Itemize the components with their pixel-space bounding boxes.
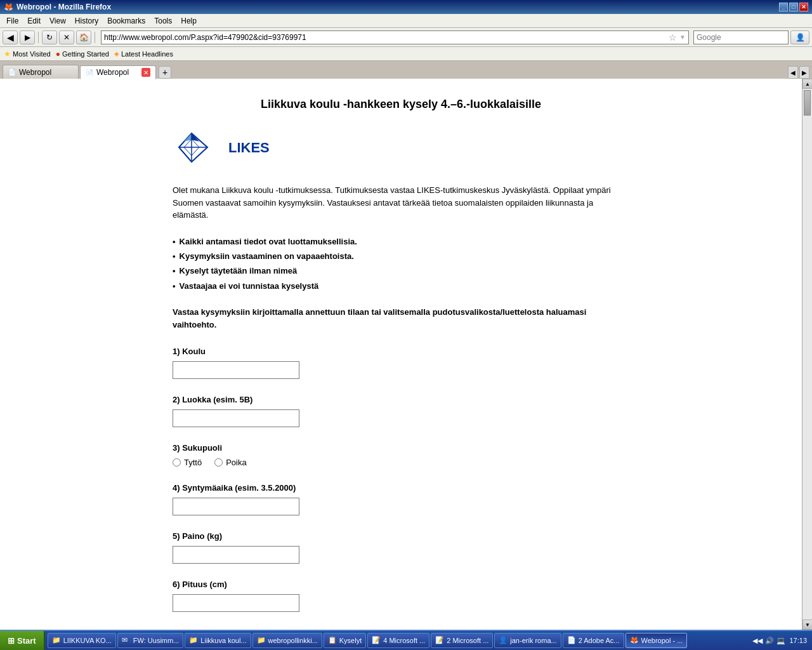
question-4-label: 4) Syntymäaika (esim. 3.5.2000)	[173, 483, 629, 493]
taskbar-item-1-icon: ✉	[122, 636, 131, 644]
scroll-down-button[interactable]: ▼	[802, 620, 812, 630]
tab-scroll-left-button[interactable]: ◀	[788, 66, 798, 79]
back-button[interactable]: ◀	[3, 30, 18, 44]
taskbar-item-4-label: Kyselyt	[339, 637, 362, 644]
question-2-label: 2) Luokka (esim. 5B)	[173, 395, 629, 404]
bullet-list: • Kaikki antamasi tiedot ovat luottamuks…	[173, 234, 629, 294]
bookmark-latest-headlines-label: Latest Headlines	[121, 50, 173, 58]
taskbar-items: 📁 LIIKKUVA KO... ✉ FW: Uusimm... 📁 Liikk…	[45, 632, 748, 644]
taskbar-item-6-label: 2 Microsoft ...	[447, 637, 488, 644]
bookmark-most-visited[interactable]: ★ Most Visited	[4, 50, 51, 58]
minimize-button[interactable]: _	[779, 3, 788, 11]
tray-icon-1: ◀◀	[752, 637, 763, 644]
profile-button[interactable]: 👤	[790, 30, 809, 44]
taskbar-item-5-icon: 📝	[372, 636, 381, 644]
bullet-4-text: Vastaajaa ei voi tunnistaa kyselystä	[180, 279, 319, 293]
bookmark-latest-headlines[interactable]: ◈ Latest Headlines	[114, 50, 173, 58]
menu-bookmarks[interactable]: Bookmarks	[103, 15, 149, 27]
new-tab-button[interactable]: +	[159, 66, 171, 79]
question-6-block: 6) Pituus (cm)	[173, 580, 629, 612]
taskbar-item-2[interactable]: 📁 Liikkuva koul...	[185, 633, 251, 644]
taskbar-item-7[interactable]: 👤 jan-erik roma...	[494, 633, 561, 644]
question-5-label: 5) Paino (kg)	[173, 531, 629, 541]
tabs-bar: 📄 Webropol 📄 Webropol ✕ + ◀ ▶	[0, 61, 812, 79]
forward-button[interactable]: ▶	[20, 30, 35, 44]
question-3-radio-group: Tyttö Poika	[173, 458, 629, 467]
taskbar-item-5[interactable]: 📝 4 Microsoft ...	[367, 633, 429, 644]
title-bar-controls[interactable]: _ □ ✕	[779, 3, 808, 11]
page-content: Liikkuva koulu -hankkeen kysely 4.–6.-lu…	[0, 79, 802, 630]
question-1-label: 1) Koulu	[173, 347, 629, 356]
taskbar-item-4[interactable]: 📋 Kyselyt	[324, 633, 366, 644]
taskbar-item-0-icon: 📁	[52, 636, 61, 644]
menu-edit[interactable]: Edit	[23, 15, 44, 27]
tray-icon-2: 🔊	[765, 637, 774, 644]
url-input[interactable]	[104, 33, 669, 42]
menu-file[interactable]: File	[3, 15, 22, 27]
taskbar-item-2-icon: 📁	[189, 636, 198, 644]
bookmark-star-icon: ☆	[669, 32, 677, 43]
tab-1[interactable]: 📄 Webropol ✕	[80, 65, 156, 79]
survey-wrapper: Liikkuva koulu -hankkeen kysely 4.–6.-lu…	[173, 98, 629, 612]
question-1-input[interactable]	[173, 361, 299, 379]
title-bar: 🦊 Webropol - Mozilla Firefox _ □ ✕	[0, 0, 812, 14]
bullet-2-dot: •	[173, 249, 176, 263]
bullet-2-text: Kysymyksiin vastaaminen on vapaaehtoista…	[180, 249, 354, 263]
question-4-block: 4) Syntymäaika (esim. 3.5.2000)	[173, 483, 629, 515]
scroll-thumb[interactable]	[804, 90, 811, 116]
start-button[interactable]: ⊞ Start	[0, 631, 45, 644]
tray-icons: ◀◀ 🔊 💻	[752, 637, 785, 644]
maximize-button[interactable]: □	[789, 3, 798, 11]
scroll-track[interactable]	[802, 89, 812, 620]
tab-scroll-right-button[interactable]: ▶	[799, 66, 809, 79]
nav-separator-1	[38, 32, 39, 43]
search-input[interactable]	[697, 33, 792, 42]
menu-help[interactable]: Help	[177, 15, 200, 27]
question-4-input[interactable]	[173, 498, 299, 515]
taskbar-item-8-icon: 📄	[567, 636, 576, 644]
tab-1-close-button[interactable]: ✕	[141, 68, 150, 77]
address-bar[interactable]: ☆ ▼	[101, 30, 689, 44]
taskbar-item-8[interactable]: 📄 2 Adobe Ac...	[563, 633, 624, 644]
question-2-input[interactable]	[173, 409, 299, 427]
menu-tools[interactable]: Tools	[150, 15, 176, 27]
taskbar-item-7-label: jan-erik roma...	[510, 637, 556, 644]
radio-tytto-label: Tyttö	[184, 458, 202, 467]
taskbar-item-0[interactable]: 📁 LIIKKUVA KO...	[48, 633, 116, 644]
taskbar-item-9[interactable]: 🦊 Webropol - ...	[625, 633, 688, 644]
search-box[interactable]: 🔍	[693, 30, 789, 44]
radio-poika-input[interactable]	[214, 458, 223, 467]
home-button[interactable]: 🏠	[76, 30, 91, 44]
taskbar-item-1[interactable]: ✉ FW: Uusimm...	[117, 633, 184, 644]
bullet-3: • Kyselyt täytetään ilman nimeä	[173, 263, 629, 278]
bookmark-getting-started[interactable]: ● Getting Started	[56, 50, 109, 58]
radio-poika[interactable]: Poika	[214, 458, 247, 467]
question-1-block: 1) Koulu	[173, 347, 629, 379]
browser-content: Liikkuva koulu -hankkeen kysely 4.–6.-lu…	[0, 79, 812, 630]
likes-text: LIKES	[228, 140, 270, 156]
question-6-input[interactable]	[173, 594, 299, 612]
taskbar-item-6[interactable]: 📝 2 Microsoft ...	[431, 633, 493, 644]
close-button[interactable]: ✕	[799, 3, 808, 11]
radio-tytto[interactable]: Tyttö	[173, 458, 202, 467]
scrollbar: ▲ ▼	[802, 79, 812, 630]
bullet-3-text: Kyselyt täytetään ilman nimeä	[180, 263, 298, 278]
stop-button[interactable]: ✕	[59, 30, 74, 44]
nav-dropdown-icon[interactable]: ▼	[679, 34, 686, 41]
tab-0[interactable]: 📄 Webropol	[3, 65, 79, 79]
bullet-1: • Kaikki antamasi tiedot ovat luottamuks…	[173, 234, 629, 249]
star-icon: ★	[4, 50, 11, 58]
menu-view[interactable]: View	[46, 15, 70, 27]
question-5-input[interactable]	[173, 546, 299, 564]
browser-icon: 🦊	[4, 3, 13, 11]
refresh-button[interactable]: ↻	[42, 30, 57, 44]
intro-text: Olet mukana Liikkuva koulu -tutkimuksess…	[173, 184, 629, 222]
taskbar-item-3[interactable]: 📁 webropollinkki...	[252, 633, 322, 644]
radio-poika-label: Poika	[226, 458, 247, 467]
menu-history[interactable]: History	[71, 15, 102, 27]
scroll-up-button[interactable]: ▲	[802, 79, 812, 89]
bullet-1-text: Kaikki antamasi tiedot ovat luottamuksel…	[180, 234, 357, 249]
taskbar-item-3-icon: 📁	[257, 636, 266, 644]
radio-tytto-input[interactable]	[173, 458, 181, 467]
taskbar-item-7-icon: 👤	[499, 636, 508, 644]
